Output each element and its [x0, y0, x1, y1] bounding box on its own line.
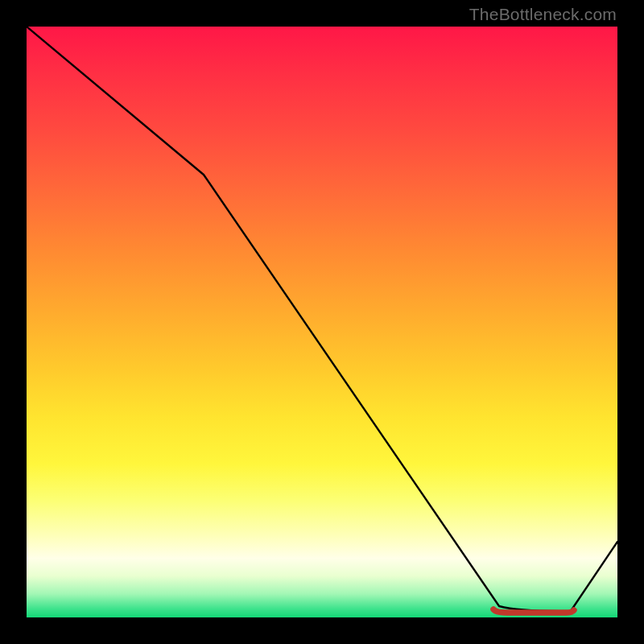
highlight-segment — [493, 609, 574, 613]
data-line — [27, 27, 617, 611]
plot-area — [27, 27, 617, 617]
chart-frame: TheBottleneck.com — [0, 0, 644, 644]
line-chart — [27, 27, 617, 617]
watermark-text: TheBottleneck.com — [469, 5, 617, 24]
